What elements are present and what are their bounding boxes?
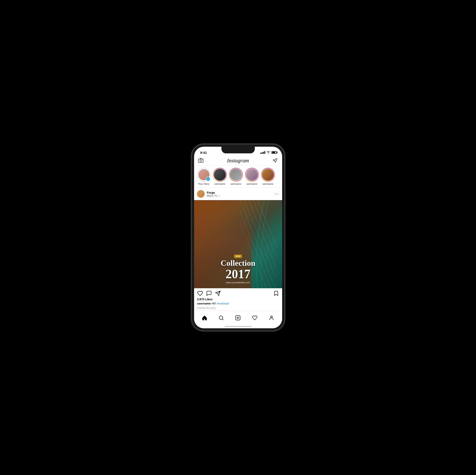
save-button[interactable] [273, 291, 279, 296]
image-collection-text: Collection [199, 259, 278, 268]
story-ring-4 [261, 168, 275, 182]
story-item-3[interactable]: username [244, 168, 260, 185]
post-username: Forge [207, 191, 220, 194]
comment-button[interactable] [206, 291, 212, 296]
caption-username: username [197, 302, 211, 305]
signal-bars-icon [260, 151, 265, 154]
app-title: Instagram [227, 158, 249, 164]
post-user-avatar [197, 190, 205, 198]
post-image: .line-white { stroke: rgba(255,255,255,0… [194, 200, 282, 288]
phone-mockup: 9:41 [191, 144, 285, 331]
bottom-navigation [194, 311, 282, 328]
post-actions-left [197, 291, 221, 296]
instagram-header: Instagram [194, 156, 282, 165]
story-label-4: username [262, 183, 273, 185]
like-button[interactable] [197, 291, 203, 296]
nav-heart-button[interactable] [249, 312, 260, 323]
story-ring-3 [245, 168, 259, 182]
phone-notch [221, 147, 255, 153]
story-item-1[interactable]: username [212, 168, 228, 185]
battery-icon [272, 151, 277, 154]
post-location: Miami, FL. › [207, 194, 220, 197]
svg-point-12 [271, 316, 272, 318]
post-header: Forge Miami, FL. › ··· [194, 188, 282, 200]
image-new-badge: NEW [234, 255, 242, 258]
phone-frame: 9:41 [191, 144, 285, 331]
story-label-3: username [246, 183, 257, 185]
image-website-url: www.yourwebsite.com [199, 281, 278, 284]
story-avatar-4 [261, 168, 274, 181]
stories-row: + Your Story username [194, 165, 282, 188]
story-label-2: username [230, 183, 241, 185]
nav-add-button[interactable] [233, 312, 243, 323]
status-time: 9:41 [200, 151, 207, 154]
post-caption: usernameHi!! #marinad [194, 301, 282, 306]
svg-point-2 [202, 159, 203, 160]
nav-profile-button[interactable] [266, 312, 277, 323]
your-story-label: Your Story [198, 183, 209, 185]
status-icons [260, 151, 277, 154]
story-add-icon: + [206, 177, 210, 181]
story-item-your-story[interactable]: + Your Story [196, 168, 212, 185]
story-avatar-3 [245, 168, 258, 181]
wifi-icon [267, 151, 270, 154]
nav-home-button[interactable] [199, 312, 210, 323]
story-label-1: username [214, 183, 225, 185]
camera-button[interactable] [198, 157, 204, 164]
image-year-text: 2017 [199, 268, 278, 280]
phone-screen: 9:41 [194, 147, 282, 328]
story-item-2[interactable]: username [228, 168, 244, 185]
post-more-button[interactable]: ··· [274, 192, 279, 196]
home-indicator [225, 326, 252, 327]
image-text-overlay: NEW Collection 2017 www.yourwebsite.com [199, 254, 278, 284]
feed-content: + Your Story username [194, 165, 282, 320]
send-button[interactable] [272, 157, 278, 164]
post-item: Forge Miami, FL. › ··· [194, 188, 282, 312]
caption-hashtag: #marinad [217, 302, 229, 305]
post-user-details: Forge Miami, FL. › [207, 191, 220, 197]
caption-text: Hi!! [212, 302, 216, 305]
story-avatar-1 [213, 168, 226, 181]
nav-search-button[interactable] [216, 312, 227, 323]
story-ring-2 [229, 168, 243, 182]
post-actions-bar [194, 288, 282, 298]
share-button[interactable] [215, 291, 221, 296]
post-user-info: Forge Miami, FL. › [197, 190, 220, 198]
post-likes-count: 2.875 Likes [194, 298, 282, 301]
svg-point-1 [200, 160, 202, 162]
your-story-ring: + [197, 168, 211, 182]
story-ring-1 [213, 168, 227, 182]
story-avatar-2 [229, 168, 242, 181]
story-item-4[interactable]: username [260, 168, 276, 185]
